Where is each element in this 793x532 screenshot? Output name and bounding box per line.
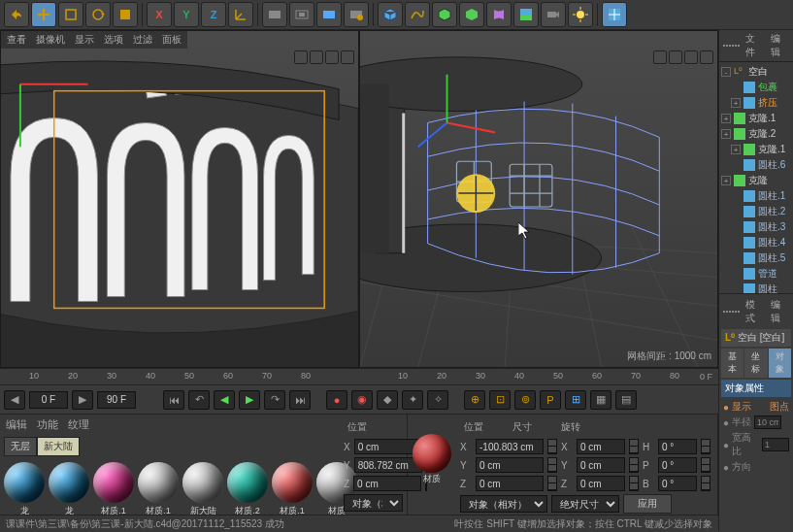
tl-play-button[interactable]: ▶ (239, 390, 260, 410)
size-mode-select[interactable]: 绝对尺寸 (551, 495, 619, 513)
tree-row[interactable]: 圆柱.2 (721, 204, 791, 219)
tree-row[interactable]: +克隆.2 (721, 126, 791, 142)
vnav-rotate-icon[interactable] (684, 50, 698, 64)
vnav-rotate-icon[interactable] (325, 50, 339, 64)
add-environment-button[interactable] (513, 2, 539, 27)
timeline-end-field[interactable] (97, 391, 136, 409)
material-ball-icon[interactable] (413, 434, 451, 473)
vmenu-panel[interactable]: 面板 (162, 33, 182, 47)
tree-row[interactable]: 包裹 (721, 80, 791, 95)
pos-x-input[interactable] (476, 439, 544, 454)
rot-p-input[interactable] (658, 457, 697, 473)
tree-row[interactable]: 圆柱.1 (721, 188, 791, 204)
vmenu-options[interactable]: 选项 (104, 33, 123, 47)
material-item[interactable]: 材质.1 (138, 462, 179, 517)
add-cube-button[interactable] (378, 2, 403, 27)
attr-tab-object[interactable]: 对象 (769, 349, 791, 378)
axis-z-toggle[interactable]: Z (201, 2, 226, 27)
material-item[interactable]: 龙 (49, 462, 89, 517)
attr-edit-label[interactable]: 编辑 (771, 298, 790, 325)
tree-row[interactable]: -L⁰空白 (721, 64, 791, 80)
tree-expand-icon[interactable]: + (721, 114, 731, 123)
vnav-switch-icon[interactable] (341, 50, 354, 64)
tree-row[interactable]: +克隆.1 (721, 142, 791, 157)
tree-expand-icon[interactable]: - (721, 67, 731, 77)
tl-pos-toggle[interactable]: ⊕ (464, 390, 485, 410)
add-nurbs-button[interactable] (432, 2, 457, 27)
tree-expand-icon[interactable]: + (731, 98, 741, 108)
move-button[interactable] (31, 2, 56, 27)
tree-row[interactable]: 圆柱.5 (721, 250, 791, 266)
rot-h-input[interactable] (658, 439, 697, 454)
tl-step-back-button[interactable]: ↶ (188, 390, 210, 410)
material-item[interactable]: 龙 (4, 462, 45, 517)
mat-tab-tex[interactable]: 纹理 (68, 417, 89, 432)
tree-row[interactable]: 圆柱 (721, 282, 791, 293)
pos-z-input[interactable] (476, 476, 544, 491)
object-tree[interactable]: -L⁰空白包裹+挤压+克隆.1+克隆.2+克隆.1圆柱.6+克隆圆柱.1圆柱.2… (719, 62, 793, 293)
layer-active-tab[interactable]: 新大陆 (37, 437, 80, 456)
viewport-left[interactable]: 查看 摄像机 显示 选项 过滤 面板 (0, 30, 359, 368)
material-item[interactable]: 材质.1 (93, 462, 134, 517)
add-deformer-button[interactable] (486, 2, 512, 27)
render-region-button[interactable] (289, 2, 314, 27)
tl-record-button[interactable]: ● (326, 390, 347, 410)
axis-y-toggle[interactable]: Y (174, 2, 199, 27)
timeline-prev-icon[interactable]: ◀ (4, 390, 25, 410)
tree-row[interactable]: 管道 (721, 266, 791, 282)
tl-step-fwd-button[interactable]: ↷ (264, 390, 285, 410)
render-view-button[interactable] (262, 2, 287, 27)
rot-b-input[interactable] (658, 476, 697, 491)
tree-row[interactable]: +克隆 (721, 173, 791, 188)
tl-param-toggle[interactable]: P (540, 390, 561, 410)
add-camera-button[interactable] (541, 2, 566, 27)
vnav-zoom-icon[interactable] (669, 50, 682, 64)
vmenu-view[interactable]: 查看 (7, 33, 26, 47)
render-settings-button[interactable] (344, 2, 369, 27)
vnav-pan-icon[interactable] (653, 50, 667, 64)
attr-radius-input[interactable] (754, 416, 781, 429)
material-item[interactable]: 材质.1 (272, 462, 313, 517)
vnav-pan-icon[interactable] (294, 50, 308, 64)
add-modeling-button[interactable] (459, 2, 484, 27)
add-light-button[interactable] (568, 2, 593, 27)
material-item[interactable]: 材质.2 (227, 462, 268, 517)
vnav-switch-icon[interactable] (700, 50, 713, 64)
tree-row[interactable]: +挤压 (721, 95, 791, 111)
vmenu-filter[interactable]: 过滤 (133, 33, 152, 47)
axis-x-toggle[interactable]: X (147, 2, 172, 27)
render-pv-button[interactable] (316, 2, 342, 27)
tl-autokey-button[interactable]: ◉ (351, 390, 373, 410)
rotate-button[interactable] (85, 2, 111, 27)
tree-expand-icon[interactable]: + (721, 129, 731, 139)
viewport-right[interactable]: 网格间距 : 1000 cm (359, 30, 718, 368)
tree-expand-icon[interactable]: + (731, 145, 741, 154)
mat-tab-edit[interactable]: 编辑 (6, 417, 27, 432)
rp-tab-edit[interactable]: 编辑 (771, 32, 790, 59)
tl-key-opts2-button[interactable]: ✧ (427, 390, 448, 410)
coord1-mode-select[interactable]: 对象（相对） (344, 494, 403, 512)
mat-tab-func[interactable]: 功能 (37, 417, 58, 432)
coord-system-button[interactable] (228, 2, 253, 27)
tree-row[interactable]: 圆柱.6 (721, 157, 791, 173)
size-x-input[interactable] (577, 439, 625, 454)
tree-row[interactable]: +克隆.1 (721, 111, 791, 126)
add-spline-button[interactable] (405, 2, 430, 27)
tree-row[interactable]: 圆柱.4 (721, 235, 791, 250)
layer-none-tab[interactable]: 无层 (4, 437, 37, 456)
tl-scale-toggle[interactable]: ⊡ (489, 390, 511, 410)
tree-row[interactable]: 圆柱.3 (721, 219, 791, 235)
tl-key-opts1-button[interactable]: ✦ (402, 390, 423, 410)
vmenu-display[interactable]: 显示 (75, 33, 94, 47)
size-z-input[interactable] (577, 476, 625, 491)
coord-mode-select[interactable]: 对象（相对） (460, 495, 547, 513)
material-item[interactable]: 新大陆 (182, 462, 223, 517)
apply-button[interactable]: 应用 (623, 494, 672, 514)
tl-dopesheet-button[interactable]: ▦ (590, 390, 611, 410)
pos-y-input[interactable] (476, 457, 544, 473)
tl-rot-toggle[interactable]: ⊚ (514, 390, 536, 410)
layout-button[interactable] (602, 2, 627, 27)
undo-button[interactable] (4, 2, 29, 27)
timeline-start-field[interactable] (29, 391, 68, 409)
tree-expand-icon[interactable]: + (721, 176, 731, 185)
